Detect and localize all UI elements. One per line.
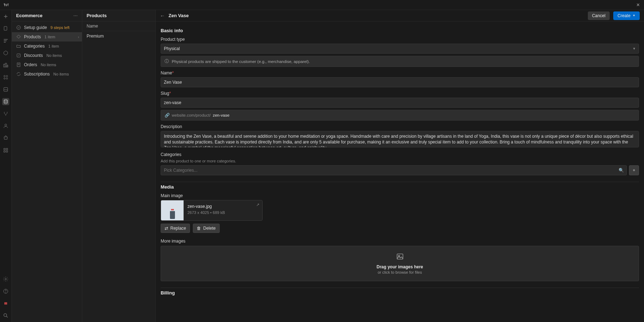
receipt-icon (16, 62, 21, 67)
window-close-icon[interactable]: × (635, 2, 641, 8)
svg-rect-13 (4, 151, 5, 152)
svg-point-5 (6, 75, 8, 77)
sidebar-item-categories[interactable]: Categories 1 item (12, 42, 82, 51)
svg-rect-1 (4, 64, 5, 67)
description-textarea[interactable] (161, 131, 639, 147)
svg-rect-0 (4, 26, 7, 30)
slug-label: Slug* (161, 91, 639, 96)
users-icon[interactable] (2, 122, 9, 130)
product-type-helper: ⓘ Physical products are shipped to the c… (161, 56, 639, 67)
svg-point-7 (6, 78, 8, 79)
sidebar-item-meta: No items (53, 72, 69, 76)
svg-rect-12 (6, 148, 8, 150)
slug-url-value: zen-vase (213, 113, 230, 117)
sidebar-item-label: Categories (24, 44, 45, 49)
svg-point-4 (4, 75, 5, 77)
sidebar-item-label: Orders (24, 62, 37, 67)
logic-icon[interactable] (2, 110, 9, 117)
sidebar-item-setup-guide[interactable]: Setup guide 9 steps left (12, 23, 82, 32)
products-title: Products (82, 10, 155, 21)
name-input[interactable] (161, 77, 639, 87)
ecommerce-icon[interactable] (2, 135, 9, 142)
styles-icon[interactable] (2, 74, 9, 81)
chevron-down-icon: ▼ (633, 14, 635, 17)
svg-point-15 (5, 278, 6, 280)
more-images-dropzone[interactable]: Drag your images here or click to browse… (161, 246, 639, 281)
ecommerce-panel: Ecommerce ⋯ Setup guide 9 steps left Pro… (12, 10, 82, 322)
sidebar-item-meta: 9 steps left (50, 25, 69, 30)
expand-icon[interactable]: ↗ (256, 203, 259, 207)
panel-more-icon[interactable]: ⋯ (73, 13, 78, 18)
sidebar-item-products[interactable]: Products 1 item › (12, 32, 82, 42)
section-billing-title: Billing (161, 290, 639, 296)
product-editor: ← Zen Vase Cancel Create ▼ Basic info Pr… (156, 10, 644, 322)
svg-rect-8 (4, 88, 8, 92)
app-logo-icon (3, 2, 9, 8)
search-icon[interactable] (2, 312, 9, 319)
create-button-label: Create (618, 13, 630, 18)
svg-rect-23 (397, 254, 403, 259)
cancel-button[interactable]: Cancel (588, 11, 610, 20)
dropzone-main-text: Drag your images here (161, 264, 639, 269)
svg-point-6 (4, 78, 5, 79)
sidebar-item-orders[interactable]: Orders No items (12, 60, 82, 69)
settings-icon[interactable] (2, 275, 9, 283)
svg-rect-14 (6, 151, 8, 152)
svg-point-9 (4, 99, 7, 101)
product-type-label: Product type (161, 37, 639, 42)
add-icon[interactable] (2, 13, 9, 20)
components-icon[interactable] (2, 49, 9, 57)
svg-rect-2 (5, 63, 7, 67)
apps-icon[interactable] (2, 147, 9, 154)
categories-search-input[interactable] (161, 165, 627, 175)
delete-image-button[interactable]: 🗑 Delete (193, 224, 220, 233)
link-icon: 🔗 (165, 113, 170, 118)
create-button[interactable]: Create ▼ (613, 11, 640, 20)
cms-icon[interactable] (2, 98, 9, 105)
sidebar-item-label: Setup guide (24, 25, 47, 30)
back-arrow-icon[interactable]: ← (160, 13, 165, 19)
name-label: Name* (161, 70, 639, 75)
categories-label: Categories (161, 152, 639, 157)
product-type-select[interactable]: Physical ▼ (161, 44, 639, 54)
replace-label: Replace (170, 226, 186, 231)
folder-icon (16, 44, 21, 49)
sidebar-item-meta: 1 item (48, 44, 59, 48)
variables-icon[interactable] (2, 62, 9, 69)
info-icon: ⓘ (165, 59, 169, 64)
chevron-right-icon: › (78, 35, 79, 39)
slug-input[interactable] (161, 98, 639, 108)
navigator-icon[interactable] (2, 37, 9, 44)
tool-rail (0, 10, 12, 322)
sidebar-item-meta: No items (47, 53, 62, 58)
product-type-value: Physical (164, 46, 180, 51)
main-image-filename: zen-vase.jpg (187, 204, 259, 209)
svg-point-17 (6, 292, 6, 293)
video-icon[interactable] (2, 300, 9, 307)
sidebar-item-discounts[interactable]: Discounts No items (12, 51, 82, 60)
dropzone-sub-text: or click to browse for files (161, 270, 639, 274)
sidebar-item-subscriptions[interactable]: Subscriptions No items (12, 69, 82, 79)
products-name-header: Name (82, 21, 155, 31)
editor-title: Zen Vase (169, 13, 189, 18)
percent-icon (16, 53, 21, 58)
chevron-down-icon: ▼ (633, 47, 636, 50)
replace-image-button[interactable]: ⇄ Replace (161, 224, 190, 233)
delete-label: Delete (203, 226, 216, 231)
assets-icon[interactable] (2, 86, 9, 93)
help-icon[interactable] (2, 288, 9, 295)
product-type-helper-text: Physical products are shipped to the cus… (172, 59, 310, 64)
section-basic-info-title: Basic info (161, 28, 639, 33)
main-image-label: Main image (161, 193, 639, 198)
titlebar: × (0, 0, 644, 10)
slug-url-preview: 🔗 website.com/product/zen-vase (161, 110, 639, 121)
add-category-button[interactable]: + (629, 165, 639, 175)
image-icon (161, 253, 639, 262)
product-row[interactable]: Premium (82, 31, 155, 41)
sidebar-item-label: Subscriptions (24, 72, 50, 77)
refresh-icon (16, 72, 21, 77)
pages-icon[interactable] (2, 25, 9, 32)
section-media-title: Media (161, 184, 639, 190)
panel-title: Ecommerce (16, 13, 43, 18)
main-image-thumb (161, 200, 184, 220)
